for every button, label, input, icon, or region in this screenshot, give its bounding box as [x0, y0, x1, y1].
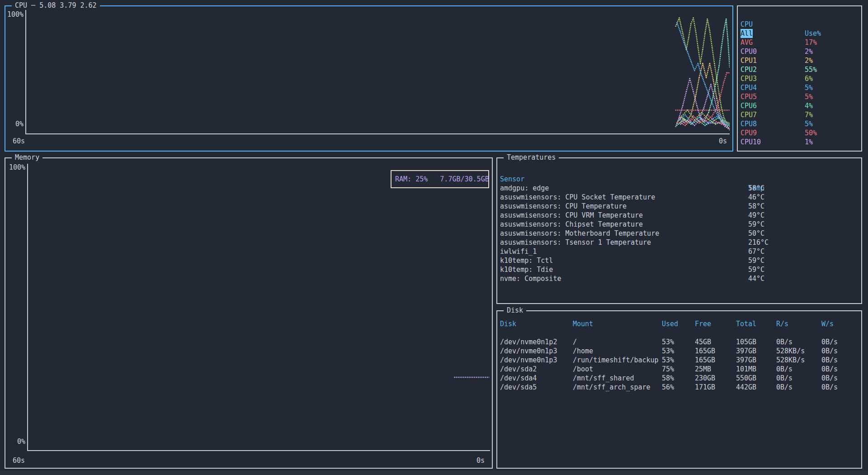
disk-device: /dev/nvme0n1p3	[500, 347, 557, 356]
cpu-row-cpu6[interactable]: CPU64%	[738, 101, 861, 110]
cpu-row-usage: 2%	[805, 56, 813, 65]
sensor-name: asuswmisensors: CPU VRM Temperature	[500, 211, 643, 220]
cpu-row-usage: 55%	[805, 65, 817, 74]
disk-used: 58%	[662, 374, 674, 383]
disk-panel[interactable]: Disk DiskMountUsedFreeTotalR/sW/s /dev/n…	[496, 310, 862, 469]
cpu-row-usage: 5%	[805, 92, 813, 101]
cpu-row-cpu1[interactable]: CPU12%	[738, 56, 861, 65]
disk-used: 53%	[662, 337, 674, 347]
cpu-row-label: CPU0	[741, 47, 757, 56]
disk-device: /dev/nvme0n1p3	[500, 356, 557, 365]
disk-used: 56%	[662, 383, 674, 392]
temperature-row[interactable]: asuswmisensors: CPU Socket Temperature46…	[497, 193, 861, 202]
memory-y-min-label: 0%	[6, 437, 25, 446]
disk-write-rate: 0B/s	[821, 365, 838, 374]
temperature-row[interactable]: asuswmisensors: CPU VRM Temperature49°C	[497, 211, 861, 220]
disk-header-disk-total: Total	[736, 319, 756, 328]
cpu-row-label: CPU7	[741, 110, 757, 119]
sensor-name: k10temp: Tctl	[500, 256, 553, 265]
sensor-name: asuswmisensors: CPU Socket Temperature	[500, 193, 655, 202]
sensor-name: asuswmisensors: Chipset Temperature	[500, 220, 643, 229]
disk-free: 165GB	[695, 347, 715, 356]
cpu-core-table-panel[interactable]: CPU Use% AllAVG17%CPU02%CPU12%CPU255%CPU…	[737, 5, 862, 152]
cpu-row-cpu3[interactable]: CPU36%	[738, 74, 861, 83]
temperature-row[interactable]: asuswmisensors: Chipset Temperature59°C	[497, 220, 861, 229]
disk-device: /dev/sda4	[500, 374, 537, 383]
disk-row[interactable]: /dev/sda4/mnt/sff_shared58%230GB550GB0B/…	[497, 374, 861, 383]
cpu-row-cpu10[interactable]: CPU101%	[738, 138, 861, 147]
disk-read-rate: 528KB/s	[776, 347, 805, 356]
disk-header: DiskMountUsedFreeTotalR/sW/s	[497, 319, 861, 328]
disk-total: 397GB	[736, 347, 756, 356]
disk-read-rate: 528KB/s	[776, 356, 805, 365]
cpu-row-usage: 4%	[805, 101, 813, 110]
cpu-row-cpu9[interactable]: CPU950%	[738, 128, 861, 138]
disk-read-rate: 0B/s	[776, 365, 793, 374]
temperatures-panel[interactable]: Temperatures Sensor Temp amdgpu: edge58°…	[496, 157, 862, 304]
disk-device: /dev/nvme0n1p2	[500, 337, 557, 347]
disk-read-rate: 0B/s	[776, 374, 793, 383]
disk-row[interactable]: /dev/nvme0n1p3/home53%165GB397GB528KB/s0…	[497, 347, 861, 356]
sensor-temp: 58°C	[748, 184, 764, 193]
disk-total: 442GB	[736, 383, 756, 392]
sensor-temp: 59°C	[748, 220, 764, 229]
cpu-y-min-label: 0%	[6, 119, 24, 128]
disk-free: 25MB	[695, 365, 711, 374]
cpu-panel[interactable]: CPU ─ 5.08 3.79 2.62 100% 0% 60s 0s	[5, 5, 733, 152]
disk-free: 230GB	[695, 374, 715, 383]
disk-row[interactable]: /dev/nvme0n1p3/run/timeshift/backup53%16…	[497, 356, 861, 365]
temperature-row[interactable]: asuswmisensors: Motherboard Temperature5…	[497, 229, 861, 238]
disk-row[interactable]: /dev/sda5/mnt/sff_arch_spare56%171GB442G…	[497, 383, 861, 392]
temperature-row[interactable]: k10temp: Tctl59°C	[497, 256, 861, 265]
cpu-row-cpu7[interactable]: CPU77%	[738, 110, 861, 119]
memory-x-axis	[27, 450, 490, 451]
temperature-row[interactable]: asuswmisensors: Tsensor 1 Temperature216…	[497, 238, 861, 247]
sensor-temp: 216°C	[748, 238, 769, 247]
disk-row[interactable]: /dev/sda2/boot75%25MB101MB0B/s0B/s	[497, 365, 861, 374]
disk-write-rate: 0B/s	[821, 374, 838, 383]
cpu-row-label: CPU3	[741, 74, 757, 83]
disk-used: 75%	[662, 365, 674, 374]
cpu-row-usage: 7%	[805, 110, 813, 119]
disk-write-rate: 0B/s	[821, 356, 838, 365]
temperature-row[interactable]: asuswmisensors: CPU Temperature58°C	[497, 202, 861, 211]
disk-free: 165GB	[695, 356, 715, 365]
cpu-row-usage: 50%	[805, 128, 817, 138]
disk-mount: /boot	[573, 365, 593, 374]
temperature-row[interactable]: k10temp: Tdie59°C	[497, 265, 861, 274]
temperature-row[interactable]: amdgpu: edge58°C	[497, 184, 861, 193]
cpu-row-avg[interactable]: AVG17%	[738, 38, 861, 47]
temperature-row[interactable]: nvme: Composite44°C	[497, 274, 861, 283]
disk-free: 171GB	[695, 383, 715, 392]
sensor-name: amdgpu: edge	[500, 184, 549, 193]
disk-mount: /mnt/sff_shared	[573, 374, 634, 383]
cpu-row-all[interactable]: All	[738, 29, 861, 38]
cpu-row-label: CPU6	[741, 101, 757, 110]
disk-mount: /home	[573, 347, 593, 356]
memory-usage-graph	[28, 165, 489, 449]
cpu-row-usage: 5%	[805, 83, 813, 92]
memory-panel[interactable]: Memory 100% 0% RAM: 25% 7.7GB/30.5GB 60s…	[5, 157, 493, 469]
disk-row[interactable]: /dev/nvme0n1p2/53%45GB105GB0B/s0B/s	[497, 337, 861, 347]
disk-write-rate: 0B/s	[821, 347, 838, 356]
cpu-row-cpu2[interactable]: CPU255%	[738, 65, 861, 74]
memory-y-max-label: 100%	[6, 163, 25, 172]
cpu-row-cpu5[interactable]: CPU55%	[738, 92, 861, 101]
temperatures-header: Sensor Temp	[497, 166, 861, 175]
cpu-row-cpu0[interactable]: CPU02%	[738, 47, 861, 56]
cpu-row-cpu8[interactable]: CPU85%	[738, 119, 861, 128]
sensor-name: asuswmisensors: Motherboard Temperature	[500, 229, 659, 238]
disk-device: /dev/sda2	[500, 365, 537, 374]
system-monitor-terminal: CPU ─ 5.08 3.79 2.62 100% 0% 60s 0s CPU …	[0, 0, 868, 475]
terminal-bottom-strip	[0, 470, 868, 475]
temperature-row[interactable]: iwlwifi_167°C	[497, 247, 861, 256]
cpu-table-header-cpu: CPU	[741, 20, 753, 29]
sensor-temp: 49°C	[748, 211, 764, 220]
cpu-row-label: CPU5	[741, 92, 757, 101]
disk-header-disk-read-rate: R/s	[776, 319, 788, 328]
cpu-row-cpu4[interactable]: CPU45%	[738, 83, 861, 92]
disk-header-disk-write-rate: W/s	[821, 319, 834, 328]
cpu-panel-title: CPU ─ 5.08 3.79 2.62	[12, 1, 100, 10]
cpu-row-label: CPU2	[741, 65, 757, 74]
disk-used: 53%	[662, 347, 674, 356]
